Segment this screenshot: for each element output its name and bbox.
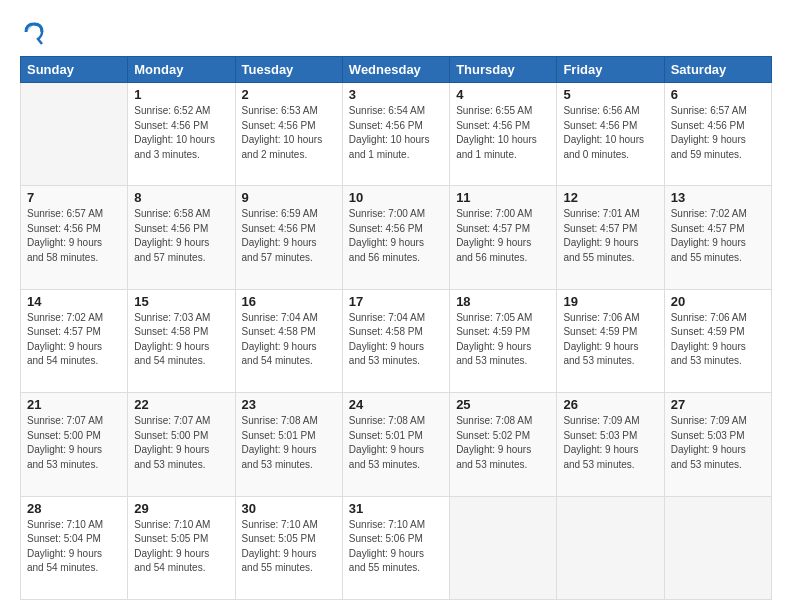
page: SundayMondayTuesdayWednesdayThursdayFrid… xyxy=(0,0,792,612)
calendar-cell: 22Sunrise: 7:07 AM Sunset: 5:00 PM Dayli… xyxy=(128,393,235,496)
day-info: Sunrise: 7:01 AM Sunset: 4:57 PM Dayligh… xyxy=(563,207,657,265)
calendar-cell xyxy=(450,496,557,599)
calendar-cell: 6Sunrise: 6:57 AM Sunset: 4:56 PM Daylig… xyxy=(664,83,771,186)
day-number: 2 xyxy=(242,87,336,102)
day-number: 4 xyxy=(456,87,550,102)
calendar-cell: 20Sunrise: 7:06 AM Sunset: 4:59 PM Dayli… xyxy=(664,289,771,392)
day-number: 13 xyxy=(671,190,765,205)
day-info: Sunrise: 6:53 AM Sunset: 4:56 PM Dayligh… xyxy=(242,104,336,162)
calendar-cell: 14Sunrise: 7:02 AM Sunset: 4:57 PM Dayli… xyxy=(21,289,128,392)
weekday-header-tuesday: Tuesday xyxy=(235,57,342,83)
calendar-cell: 30Sunrise: 7:10 AM Sunset: 5:05 PM Dayli… xyxy=(235,496,342,599)
day-number: 30 xyxy=(242,501,336,516)
calendar-week-2: 7Sunrise: 6:57 AM Sunset: 4:56 PM Daylig… xyxy=(21,186,772,289)
day-number: 26 xyxy=(563,397,657,412)
day-info: Sunrise: 7:08 AM Sunset: 5:01 PM Dayligh… xyxy=(242,414,336,472)
day-info: Sunrise: 6:54 AM Sunset: 4:56 PM Dayligh… xyxy=(349,104,443,162)
calendar-cell: 16Sunrise: 7:04 AM Sunset: 4:58 PM Dayli… xyxy=(235,289,342,392)
calendar-cell: 11Sunrise: 7:00 AM Sunset: 4:57 PM Dayli… xyxy=(450,186,557,289)
day-number: 23 xyxy=(242,397,336,412)
day-number: 19 xyxy=(563,294,657,309)
day-info: Sunrise: 7:04 AM Sunset: 4:58 PM Dayligh… xyxy=(242,311,336,369)
day-info: Sunrise: 6:52 AM Sunset: 4:56 PM Dayligh… xyxy=(134,104,228,162)
day-info: Sunrise: 7:10 AM Sunset: 5:05 PM Dayligh… xyxy=(242,518,336,576)
calendar-cell: 10Sunrise: 7:00 AM Sunset: 4:56 PM Dayli… xyxy=(342,186,449,289)
day-number: 28 xyxy=(27,501,121,516)
calendar-cell xyxy=(557,496,664,599)
day-number: 17 xyxy=(349,294,443,309)
day-number: 1 xyxy=(134,87,228,102)
calendar-cell: 18Sunrise: 7:05 AM Sunset: 4:59 PM Dayli… xyxy=(450,289,557,392)
day-number: 21 xyxy=(27,397,121,412)
day-number: 24 xyxy=(349,397,443,412)
day-info: Sunrise: 7:08 AM Sunset: 5:02 PM Dayligh… xyxy=(456,414,550,472)
day-number: 5 xyxy=(563,87,657,102)
header xyxy=(20,18,772,46)
calendar-cell: 4Sunrise: 6:55 AM Sunset: 4:56 PM Daylig… xyxy=(450,83,557,186)
day-info: Sunrise: 7:00 AM Sunset: 4:57 PM Dayligh… xyxy=(456,207,550,265)
day-number: 9 xyxy=(242,190,336,205)
day-number: 22 xyxy=(134,397,228,412)
weekday-header-wednesday: Wednesday xyxy=(342,57,449,83)
day-number: 29 xyxy=(134,501,228,516)
day-info: Sunrise: 7:07 AM Sunset: 5:00 PM Dayligh… xyxy=(27,414,121,472)
day-info: Sunrise: 7:09 AM Sunset: 5:03 PM Dayligh… xyxy=(671,414,765,472)
day-info: Sunrise: 7:10 AM Sunset: 5:05 PM Dayligh… xyxy=(134,518,228,576)
day-info: Sunrise: 7:02 AM Sunset: 4:57 PM Dayligh… xyxy=(671,207,765,265)
weekday-header-monday: Monday xyxy=(128,57,235,83)
weekday-header-sunday: Sunday xyxy=(21,57,128,83)
day-number: 11 xyxy=(456,190,550,205)
day-number: 8 xyxy=(134,190,228,205)
day-number: 10 xyxy=(349,190,443,205)
weekday-header-saturday: Saturday xyxy=(664,57,771,83)
day-info: Sunrise: 6:57 AM Sunset: 4:56 PM Dayligh… xyxy=(27,207,121,265)
calendar-cell: 3Sunrise: 6:54 AM Sunset: 4:56 PM Daylig… xyxy=(342,83,449,186)
calendar-cell: 13Sunrise: 7:02 AM Sunset: 4:57 PM Dayli… xyxy=(664,186,771,289)
day-info: Sunrise: 7:10 AM Sunset: 5:06 PM Dayligh… xyxy=(349,518,443,576)
day-info: Sunrise: 6:58 AM Sunset: 4:56 PM Dayligh… xyxy=(134,207,228,265)
day-number: 20 xyxy=(671,294,765,309)
calendar-cell: 9Sunrise: 6:59 AM Sunset: 4:56 PM Daylig… xyxy=(235,186,342,289)
calendar-cell: 29Sunrise: 7:10 AM Sunset: 5:05 PM Dayli… xyxy=(128,496,235,599)
weekday-header-thursday: Thursday xyxy=(450,57,557,83)
calendar-cell: 15Sunrise: 7:03 AM Sunset: 4:58 PM Dayli… xyxy=(128,289,235,392)
day-info: Sunrise: 7:06 AM Sunset: 4:59 PM Dayligh… xyxy=(563,311,657,369)
day-info: Sunrise: 7:02 AM Sunset: 4:57 PM Dayligh… xyxy=(27,311,121,369)
day-info: Sunrise: 7:09 AM Sunset: 5:03 PM Dayligh… xyxy=(563,414,657,472)
day-number: 25 xyxy=(456,397,550,412)
calendar-cell: 23Sunrise: 7:08 AM Sunset: 5:01 PM Dayli… xyxy=(235,393,342,496)
calendar-cell xyxy=(664,496,771,599)
day-number: 14 xyxy=(27,294,121,309)
day-number: 6 xyxy=(671,87,765,102)
day-info: Sunrise: 6:57 AM Sunset: 4:56 PM Dayligh… xyxy=(671,104,765,162)
calendar-cell: 1Sunrise: 6:52 AM Sunset: 4:56 PM Daylig… xyxy=(128,83,235,186)
calendar-cell: 28Sunrise: 7:10 AM Sunset: 5:04 PM Dayli… xyxy=(21,496,128,599)
calendar-cell: 8Sunrise: 6:58 AM Sunset: 4:56 PM Daylig… xyxy=(128,186,235,289)
calendar-cell: 25Sunrise: 7:08 AM Sunset: 5:02 PM Dayli… xyxy=(450,393,557,496)
calendar-cell: 21Sunrise: 7:07 AM Sunset: 5:00 PM Dayli… xyxy=(21,393,128,496)
day-number: 18 xyxy=(456,294,550,309)
day-number: 15 xyxy=(134,294,228,309)
day-number: 7 xyxy=(27,190,121,205)
calendar-week-4: 21Sunrise: 7:07 AM Sunset: 5:00 PM Dayli… xyxy=(21,393,772,496)
calendar-cell: 12Sunrise: 7:01 AM Sunset: 4:57 PM Dayli… xyxy=(557,186,664,289)
day-info: Sunrise: 7:04 AM Sunset: 4:58 PM Dayligh… xyxy=(349,311,443,369)
day-info: Sunrise: 7:03 AM Sunset: 4:58 PM Dayligh… xyxy=(134,311,228,369)
calendar-week-1: 1Sunrise: 6:52 AM Sunset: 4:56 PM Daylig… xyxy=(21,83,772,186)
day-number: 27 xyxy=(671,397,765,412)
calendar-cell: 19Sunrise: 7:06 AM Sunset: 4:59 PM Dayli… xyxy=(557,289,664,392)
logo-icon xyxy=(20,18,48,46)
day-info: Sunrise: 6:59 AM Sunset: 4:56 PM Dayligh… xyxy=(242,207,336,265)
calendar-cell xyxy=(21,83,128,186)
day-info: Sunrise: 7:10 AM Sunset: 5:04 PM Dayligh… xyxy=(27,518,121,576)
day-info: Sunrise: 7:07 AM Sunset: 5:00 PM Dayligh… xyxy=(134,414,228,472)
calendar-cell: 2Sunrise: 6:53 AM Sunset: 4:56 PM Daylig… xyxy=(235,83,342,186)
calendar-week-5: 28Sunrise: 7:10 AM Sunset: 5:04 PM Dayli… xyxy=(21,496,772,599)
day-info: Sunrise: 7:05 AM Sunset: 4:59 PM Dayligh… xyxy=(456,311,550,369)
logo xyxy=(20,18,54,46)
day-info: Sunrise: 7:08 AM Sunset: 5:01 PM Dayligh… xyxy=(349,414,443,472)
calendar-cell: 7Sunrise: 6:57 AM Sunset: 4:56 PM Daylig… xyxy=(21,186,128,289)
calendar-cell: 24Sunrise: 7:08 AM Sunset: 5:01 PM Dayli… xyxy=(342,393,449,496)
day-info: Sunrise: 7:06 AM Sunset: 4:59 PM Dayligh… xyxy=(671,311,765,369)
calendar-cell: 31Sunrise: 7:10 AM Sunset: 5:06 PM Dayli… xyxy=(342,496,449,599)
